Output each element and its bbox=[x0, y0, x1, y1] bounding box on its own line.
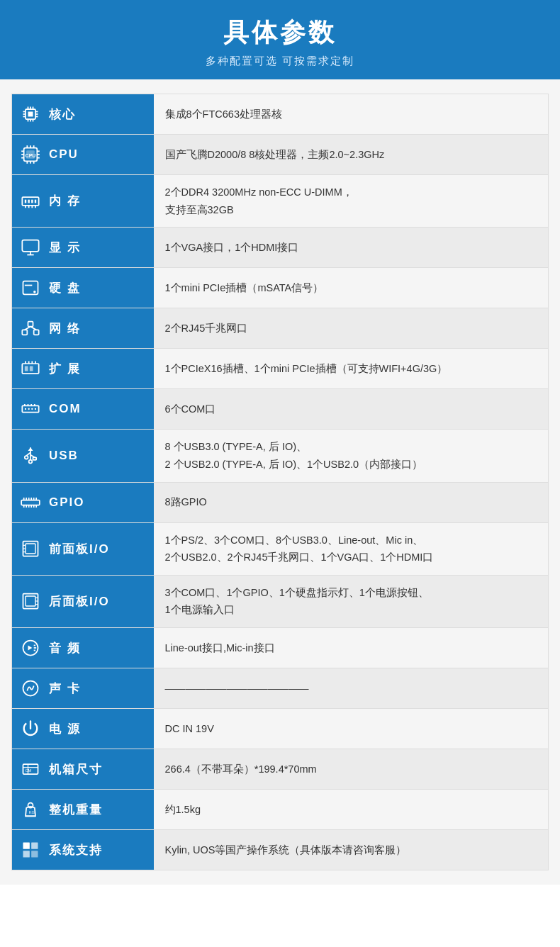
value-cell-power: DC IN 19V bbox=[154, 709, 549, 749]
label-cell-power: 电 源 bbox=[12, 709, 154, 749]
svg-rect-70 bbox=[33, 457, 37, 460]
svg-line-47 bbox=[25, 327, 30, 330]
label-text-os: 系统支持 bbox=[49, 842, 103, 858]
value-cell-gpio: 8路GPIO bbox=[154, 482, 549, 522]
table-row: 电 源DC IN 19V bbox=[12, 709, 549, 749]
svg-rect-45 bbox=[28, 322, 33, 327]
value-cell-com: 6个COM口 bbox=[154, 389, 549, 430]
soundcard-icon bbox=[18, 676, 43, 701]
svg-rect-108 bbox=[23, 843, 30, 849]
core-icon bbox=[18, 101, 43, 127]
usb-icon bbox=[18, 443, 43, 469]
label-text-expansion: 扩 展 bbox=[49, 361, 81, 377]
gpio-icon bbox=[18, 490, 43, 515]
svg-rect-91 bbox=[26, 596, 35, 606]
label-cell-audio: 音 频 bbox=[12, 628, 154, 668]
label-cell-memory: 内 存 bbox=[12, 175, 154, 228]
label-text-network: 网 络 bbox=[49, 320, 81, 337]
value-cell-core: 集成8个FTC663处理器核 bbox=[154, 94, 549, 135]
page-subtitle: 多种配置可选 可按需求定制 bbox=[0, 55, 560, 68]
label-text-rear-panel: 后面板I/O bbox=[49, 593, 110, 610]
value-cell-dimensions: 266.4（不带耳朵）*199.4*70mm bbox=[154, 749, 549, 790]
value-cell-rear-panel: 3个COM口、1个GPIO、1个硬盘指示灯、1个电源按钮、1个电源输入口 bbox=[154, 575, 549, 627]
label-text-gpio: GPIO bbox=[49, 495, 85, 510]
svg-text:KG: KG bbox=[29, 810, 35, 814]
svg-point-42 bbox=[33, 291, 36, 293]
header: 具体参数 多种配置可选 可按需求定制 bbox=[0, 0, 560, 79]
svg-marker-96 bbox=[28, 646, 33, 651]
value-cell-soundcard: —————————————— bbox=[154, 668, 549, 709]
label-cell-gpio: GPIO bbox=[12, 482, 154, 522]
label-cell-soundcard: 声 卡 bbox=[12, 668, 154, 709]
dimensions-icon: CM bbox=[18, 756, 43, 782]
table-row: 显 示1个VGA接口，1个HDMI接口 bbox=[12, 228, 549, 268]
label-text-weight: 整机重量 bbox=[49, 802, 103, 818]
label-text-memory: 内 存 bbox=[49, 193, 81, 209]
label-text-dimensions: 机箱尺寸 bbox=[49, 761, 103, 778]
weight-icon: KG bbox=[18, 797, 43, 822]
table-row: GPIO8路GPIO bbox=[12, 482, 549, 522]
svg-rect-30 bbox=[25, 199, 26, 203]
label-cell-cpu: CPU CPU bbox=[12, 135, 154, 175]
svg-rect-51 bbox=[30, 366, 33, 371]
spec-table-container: 核心集成8个FTC663处理器核 CPU CPU国产飞腾D2000/8 8核处理… bbox=[0, 79, 560, 885]
svg-rect-111 bbox=[31, 851, 38, 857]
memory-icon bbox=[18, 189, 43, 214]
value-cell-front-panel: 1个PS/2、3个COM口、8个USB3.0、Line-out、Mic in、2… bbox=[154, 522, 549, 575]
svg-point-71 bbox=[29, 460, 33, 464]
svg-rect-72 bbox=[21, 500, 40, 505]
table-row: COM6个COM口 bbox=[12, 389, 549, 430]
page-title: 具体参数 bbox=[0, 16, 560, 50]
svg-rect-33 bbox=[35, 199, 36, 203]
svg-point-60 bbox=[35, 408, 36, 410]
table-row: 声 卡—————————————— bbox=[12, 668, 549, 709]
value-cell-network: 2个RJ45千兆网口 bbox=[154, 308, 549, 349]
svg-rect-44 bbox=[22, 330, 27, 335]
label-cell-com: COM bbox=[12, 389, 154, 430]
display-icon bbox=[18, 235, 43, 260]
label-cell-harddisk: 硬 盘 bbox=[12, 268, 154, 308]
value-cell-usb: 8 个USB3.0 (TYPE-A, 后 IO)、2 个USB2.0 (TYPE… bbox=[154, 430, 549, 482]
table-row: 硬 盘1个mini PCIe插槽（mSATA信号） bbox=[12, 268, 549, 308]
table-row: 扩 展1个PCIeX16插槽、1个mini PCIe插槽（可支持WIFI+4G/… bbox=[12, 349, 549, 389]
label-cell-display: 显 示 bbox=[12, 228, 154, 268]
label-cell-dimensions: CM 机箱尺寸 bbox=[12, 749, 154, 790]
table-row: 音 频Line-out接口,Mic-in接口 bbox=[12, 628, 549, 668]
label-text-cpu: CPU bbox=[49, 147, 79, 162]
value-cell-os: Kylin, UOS等国产操作系统（具体版本请咨询客服） bbox=[154, 830, 549, 870]
svg-rect-32 bbox=[31, 199, 33, 203]
svg-rect-110 bbox=[23, 851, 30, 857]
svg-point-58 bbox=[28, 408, 30, 410]
svg-rect-46 bbox=[34, 330, 39, 335]
label-text-com: COM bbox=[49, 402, 82, 416]
table-row: 后面板I/O3个COM口、1个GPIO、1个硬盘指示灯、1个电源按钮、1个电源输… bbox=[12, 575, 549, 627]
label-text-display: 显 示 bbox=[49, 240, 81, 256]
label-cell-front-panel: 前面板I/O bbox=[12, 522, 154, 575]
label-text-usb: USB bbox=[49, 449, 79, 463]
harddisk-icon bbox=[18, 275, 43, 301]
label-text-front-panel: 前面板I/O bbox=[49, 541, 110, 557]
value-cell-display: 1个VGA接口，1个HDMI接口 bbox=[154, 228, 549, 268]
svg-marker-66 bbox=[28, 447, 33, 451]
table-row: 内 存2个DDR4 3200MHz non-ECC U-DIMM，支持至高32G… bbox=[12, 175, 549, 228]
value-cell-weight: 约1.5kg bbox=[154, 790, 549, 830]
svg-rect-38 bbox=[22, 240, 38, 252]
svg-point-59 bbox=[31, 408, 33, 410]
table-row: 网 络2个RJ45千兆网口 bbox=[12, 308, 549, 349]
value-cell-memory: 2个DDR4 3200MHz non-ECC U-DIMM，支持至高32GB bbox=[154, 175, 549, 228]
com-icon bbox=[18, 396, 43, 422]
power-icon bbox=[18, 716, 43, 741]
expansion-icon bbox=[18, 356, 43, 381]
table-row: CPU CPU国产飞腾D2000/8 8核处理器，主频2.0~2.3GHz bbox=[12, 135, 549, 175]
svg-rect-1 bbox=[28, 112, 33, 117]
svg-rect-31 bbox=[28, 199, 30, 203]
svg-point-69 bbox=[25, 456, 28, 459]
rear-panel-icon bbox=[18, 588, 43, 614]
value-cell-expansion: 1个PCIeX16插槽、1个mini PCIe插槽（可支持WIFI+4G/3G） bbox=[154, 349, 549, 389]
label-text-core: 核心 bbox=[49, 106, 76, 123]
svg-text:CPU: CPU bbox=[26, 153, 36, 158]
value-cell-audio: Line-out接口,Mic-in接口 bbox=[154, 628, 549, 668]
front-panel-icon bbox=[18, 536, 43, 561]
cpu-icon: CPU bbox=[18, 142, 43, 167]
table-row: KG 整机重量约1.5kg bbox=[12, 790, 549, 830]
